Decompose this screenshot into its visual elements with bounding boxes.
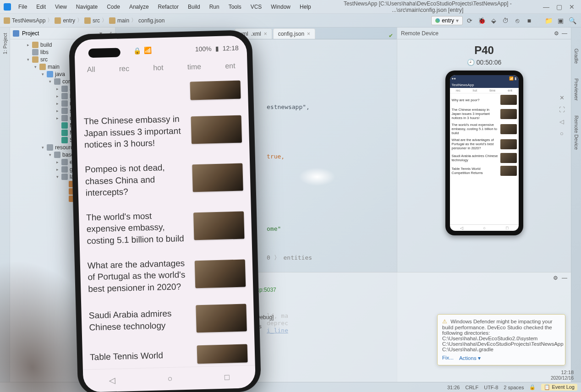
emulator-screen[interactable]: ●●📶 ▮ TestNewsApp rec hot time ent Why a… <box>450 75 519 231</box>
toolbar: TestNewsApp〉 entry〉 src〉 main〉 config.js… <box>0 14 581 27</box>
window-title: TestNewsApp [C:\Users\haha\DevEcoStudioP… <box>317 0 539 13</box>
close-icon[interactable]: × <box>307 31 310 37</box>
eventlog-button[interactable]: 📋 Event Log <box>541 384 577 391</box>
menu-refactor[interactable]: Refactor <box>154 3 182 11</box>
crumb-0[interactable]: TestNewsApp <box>12 17 45 24</box>
gradle-tool-tab[interactable]: Gradle <box>574 46 579 66</box>
minimize-icon[interactable]: — <box>562 275 567 281</box>
close-icon[interactable]: × <box>264 31 267 37</box>
profile-button[interactable]: ⏱ <box>500 16 510 26</box>
cursor-position: 31:26 <box>447 385 460 390</box>
emulator-tabs: rec hot time ent <box>450 88 519 93</box>
folder-icon <box>4 17 10 24</box>
list-item[interactable]: The world's most expensive embassy, cost… <box>86 201 245 253</box>
project-panel-title: Project <box>22 30 39 37</box>
list-item[interactable]: The Chinese embassy in Japan issues 3 im… <box>450 106 519 121</box>
crumb-3[interactable]: main <box>117 17 129 24</box>
list-item[interactable]: Table Tennis World Competition Returns <box>450 164 519 177</box>
list-item[interactable]: Saudi Arabia admires Chinese technology <box>88 297 247 342</box>
app-logo-icon <box>4 3 11 11</box>
menu-code[interactable]: Code <box>103 3 124 11</box>
minimize-icon[interactable]: — <box>562 30 567 37</box>
run-config-selector[interactable]: entry ▾ <box>431 16 463 25</box>
close-icon[interactable]: ✕ <box>558 94 565 102</box>
attach-button[interactable]: ⎋ <box>512 16 522 26</box>
stop-button[interactable]: ■ <box>524 16 534 26</box>
phone-clock: 12:18 <box>222 44 238 52</box>
tab-hot[interactable]: hot <box>153 64 164 72</box>
list-item[interactable]: What are the advantages of Portugal as t… <box>450 136 519 152</box>
back-icon[interactable]: ◁ <box>558 118 565 125</box>
crumb-1[interactable]: entry <box>63 17 75 24</box>
phone-news-list[interactable]: The Chinese embassy in Japan issues 3 im… <box>75 74 255 370</box>
project-tool-tab[interactable]: 1: Project <box>2 30 8 57</box>
system-clock: 12:18 2020/12/16 <box>551 370 574 381</box>
notification-toast: ⚠ Windows Defender might be impacting yo… <box>437 314 565 365</box>
list-item[interactable]: What are the advantages of Portugal as t… <box>87 249 246 301</box>
maximize-button[interactable]: ▢ <box>554 3 565 11</box>
physical-phone: 🔒📶 100% ▮ 12:18 All rec hot time ent The… <box>69 30 262 392</box>
menu-analyze[interactable]: Analyze <box>126 3 153 11</box>
menu-file[interactable]: File <box>15 3 31 11</box>
tab-rec[interactable]: rec <box>119 65 130 73</box>
list-item[interactable]: Table Tennis World <box>89 338 248 370</box>
line-ending[interactable]: CRLF <box>465 385 478 390</box>
minimize-button[interactable]: — <box>541 3 552 11</box>
tab-all[interactable]: All <box>87 65 95 74</box>
menu-tools[interactable]: Tools <box>225 3 245 11</box>
recents-icon[interactable]: □ <box>225 372 230 382</box>
tab-ent[interactable]: ent <box>225 62 236 71</box>
fix-link[interactable]: Fix... <box>442 355 454 361</box>
coverage-button[interactable]: ⬙ <box>488 16 499 26</box>
open-button[interactable]: 📁 <box>543 16 554 26</box>
tab-time[interactable]: time <box>187 63 202 71</box>
phone-battery: 100% <box>195 45 212 53</box>
phone-nav-bar: ◁ ○ □ <box>83 365 256 392</box>
refresh-button[interactable]: ⟳ <box>465 16 475 26</box>
list-item[interactable]: Saudi Arabia admires Chinese technology <box>450 152 519 164</box>
device-name: P40 <box>474 44 494 57</box>
debug-button[interactable]: 🐞 <box>477 16 487 26</box>
tab-config[interactable]: config.json× <box>273 28 315 39</box>
wifi-icon: 📶 <box>143 47 151 54</box>
emulator-frame: ●●📶 ▮ TestNewsApp rec hot time ent Why a… <box>445 71 523 235</box>
file-encoding[interactable]: UTF-8 <box>484 385 498 390</box>
list-item[interactable]: Pompeo is not dead, chases China and int… <box>85 153 244 205</box>
lock-icon[interactable]: 🔒 <box>529 384 536 390</box>
remote-device-tool-tab[interactable]: Remote Device <box>574 113 579 152</box>
crumb-2[interactable]: src <box>93 17 100 24</box>
menu-vcs[interactable]: VCS <box>247 3 266 11</box>
gear-icon[interactable]: ⚙ <box>553 275 558 281</box>
folder-icon <box>84 17 91 24</box>
menu-run[interactable]: Run <box>206 3 223 11</box>
search-button[interactable]: 🔍 <box>567 16 577 26</box>
list-item[interactable] <box>82 74 241 109</box>
actions-link[interactable]: Actions ▾ <box>459 355 481 361</box>
expand-icon[interactable]: ⛶ <box>558 106 565 114</box>
warning-icon: ⚠ <box>442 319 447 324</box>
emulator-app-title: TestNewsApp <box>450 82 519 88</box>
home-icon[interactable]: ○ <box>167 374 172 384</box>
gear-icon[interactable]: ⚙ <box>554 30 559 37</box>
lock-icon: 🔒 <box>133 47 141 54</box>
menu-view[interactable]: View <box>51 3 71 11</box>
previewer-tool-tab[interactable]: Previewer <box>574 76 579 103</box>
indent-setting[interactable]: 2 spaces <box>504 385 524 390</box>
folder-icon <box>109 17 115 24</box>
home-icon[interactable]: ○ <box>558 130 565 137</box>
layout-button[interactable]: ▣ <box>555 16 565 26</box>
list-item[interactable]: Why are we poor? <box>450 93 519 106</box>
crumb-4[interactable]: config.json <box>138 17 164 24</box>
back-icon[interactable]: ◁ <box>109 375 116 385</box>
menu-window[interactable]: Window <box>267 3 294 11</box>
folder-icon <box>55 17 61 24</box>
list-item[interactable]: The Chinese embassy in Japan issues 3 im… <box>83 105 242 158</box>
menu-navigate[interactable]: Navigate <box>72 3 101 11</box>
list-item[interactable]: The world's most expensive embassy, cost… <box>450 121 519 136</box>
close-button[interactable]: ✕ <box>566 3 577 11</box>
menu-edit[interactable]: Edit <box>33 3 49 11</box>
device-timer: 🕘 00:50:06 <box>467 59 502 66</box>
menu-help[interactable]: Help <box>296 3 315 11</box>
menu-build[interactable]: Build <box>184 3 204 11</box>
run-config-label: entry <box>442 17 454 24</box>
